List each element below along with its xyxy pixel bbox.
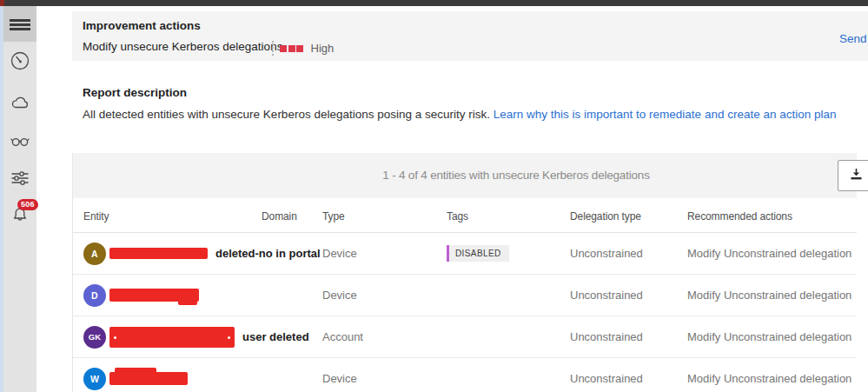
sliders-icon xyxy=(10,176,30,191)
col-header-tags[interactable]: Tags xyxy=(447,198,468,233)
cell-delegation-type: Unconstrained xyxy=(570,372,643,385)
sidebar-item-cloud[interactable] xyxy=(10,93,30,114)
redaction-mark-topbar xyxy=(0,0,4,6)
col-header-type[interactable]: Type xyxy=(322,198,345,233)
send-link[interactable]: Send xyxy=(839,32,867,45)
severity-block-icon xyxy=(280,45,287,52)
report-description-text: All detected entities with unsecure Kerb… xyxy=(83,108,837,121)
table-row[interactable]: A deleted-no in portal Device DISABLED U… xyxy=(73,233,857,275)
cell-recommended-action: Modify Unconstrained delegation xyxy=(687,372,851,385)
glasses-icon xyxy=(10,139,30,154)
status-tag: DISABLED xyxy=(447,245,509,262)
cell-recommended-action: Modify Unconstrained delegation xyxy=(687,330,851,343)
description-plain-text: All detected entities with unsecure Kerb… xyxy=(83,108,494,121)
sidebar-item-dashboard[interactable] xyxy=(10,50,30,71)
download-icon xyxy=(849,167,864,185)
cell-delegation-type: Unconstrained xyxy=(570,330,643,343)
cell-delegation-type: Unconstrained xyxy=(570,247,643,260)
top-bar xyxy=(0,0,868,6)
table-row[interactable]: GK user deleted Account Unconstrained Mo… xyxy=(73,316,857,358)
cell-type: Device xyxy=(322,289,357,302)
avatar: GK xyxy=(83,326,106,349)
sidebar: 506 xyxy=(3,6,36,392)
severity-block-icon xyxy=(296,45,303,52)
cell-type: Device xyxy=(322,372,357,385)
avatar: A xyxy=(83,243,106,265)
col-header-actions[interactable]: Recommended actions xyxy=(687,198,792,233)
col-header-entity[interactable]: Entity xyxy=(83,198,109,233)
sidebar-item-notifications[interactable]: 506 xyxy=(10,204,30,225)
sidebar-item-settings[interactable] xyxy=(10,168,30,189)
table-caption-bar: 1 - 4 of 4 entities with unsecure Kerber… xyxy=(73,153,857,198)
cell-type: Account xyxy=(322,330,363,343)
col-header-delegation[interactable]: Delegation type xyxy=(570,198,641,233)
app-window: 506 Improvement actions Modify unsecure … xyxy=(0,0,868,392)
table-row[interactable]: D Device Unconstrained Modify Unconstrai… xyxy=(73,275,857,316)
entities-table: 1 - 4 of 4 entities with unsecure Kerber… xyxy=(72,153,856,392)
entity-note: deleted-no in portal xyxy=(215,247,321,260)
cloud-icon xyxy=(10,102,30,116)
avatar: D xyxy=(83,284,106,307)
learn-why-link[interactable]: Learn why this is important to remediate… xyxy=(494,108,837,121)
table-caption: 1 - 4 of 4 entities with unsecure Kerber… xyxy=(73,153,857,198)
gauge-icon xyxy=(10,59,30,74)
action-name: Modify unsecure Kerberos delegations xyxy=(83,40,282,53)
severity-block-icon xyxy=(288,45,295,52)
table-header-row: Entity Domain Type Tags Delegation type … xyxy=(73,198,857,233)
redacted-entity-name xyxy=(109,289,199,302)
cell-delegation-type: Unconstrained xyxy=(570,289,643,302)
hamburger-icon xyxy=(10,19,30,33)
bell-icon xyxy=(10,213,30,228)
export-button[interactable] xyxy=(838,160,868,191)
cell-recommended-action: Modify Unconstrained delegation xyxy=(687,289,851,302)
sidebar-item-menu[interactable] xyxy=(3,6,36,42)
cell-recommended-action: Modify Unconstrained delegation xyxy=(687,247,851,260)
improvement-action-header: Improvement actions Modify unsecure Kerb… xyxy=(72,11,868,61)
redacted-entity-name xyxy=(109,327,235,348)
report-description-title: Report description xyxy=(83,86,187,99)
severity-indicator: High xyxy=(280,42,334,55)
tag-label: DISABLED xyxy=(449,245,509,262)
cell-type: Device xyxy=(322,247,357,260)
sidebar-item-identity[interactable] xyxy=(10,130,30,151)
redacted-entity-name xyxy=(109,372,188,385)
col-header-domain[interactable]: Domain xyxy=(262,198,297,233)
avatar: W xyxy=(83,368,106,390)
table-row[interactable]: W Device Unconstrained Modify Unconstrai… xyxy=(73,358,857,392)
dotted-divider xyxy=(272,41,274,56)
page-title: Improvement actions xyxy=(83,19,201,32)
redacted-entity-name xyxy=(109,248,208,259)
severity-label: High xyxy=(311,42,335,55)
entity-note: user deleted xyxy=(242,330,309,343)
notification-count-badge: 506 xyxy=(17,199,38,210)
table-body: A deleted-no in portal Device DISABLED U… xyxy=(73,233,856,392)
